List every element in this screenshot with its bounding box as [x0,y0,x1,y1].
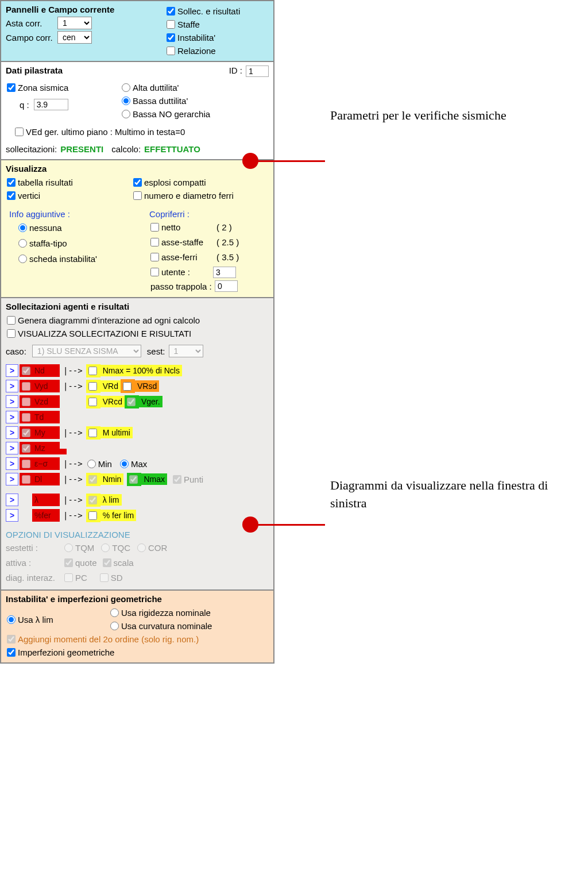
id-label: ID : [229,65,242,75]
chk-td[interactable] [20,411,32,423]
chk-eps[interactable] [20,457,32,470]
lbl-vyd: Vyd [32,380,60,392]
panel-instab: Instabilita' e imperfezioni geometriche … [1,590,274,663]
radio-max[interactable]: Max [119,458,147,469]
chk-vrd[interactable] [86,380,100,393]
btn-td[interactable]: > [6,411,18,423]
lbl-lambda: λ [32,494,60,506]
chk-asse-staffe[interactable]: asse-staffe [149,237,213,248]
lbl-nmax2: Nmax [141,473,167,485]
lbl-vzd: Vzd [32,395,60,408]
asta-select[interactable]: 1 [57,17,92,29]
chk-quote[interactable]: quote [63,557,97,568]
btn-dl[interactable]: > [6,473,18,485]
arrow-icon: |--> [63,459,83,468]
chk-nmin[interactable] [86,473,100,486]
chk-dl[interactable] [20,473,32,485]
diag-interaz-label: diag. interaz. [6,573,63,583]
chk-scala[interactable]: scala [102,557,134,568]
chk-aggiungi[interactable]: Aggiungi momenti del 2o ordine (solo rig… [6,634,199,645]
radio-tqm[interactable]: TQM [63,542,94,553]
radio-staffa[interactable]: staffa-tipo [17,238,67,249]
sollec-title: Sollecitazioni agenti e risultati [6,302,269,311]
panel-pannelli: Pannelli e Campo corrente Asta corr. 1 C… [1,1,274,61]
btn-lambda[interactable]: > [6,494,18,506]
lbl-eps: ε−σ [32,457,60,470]
radio-bassa-no[interactable]: Bassa NO gerarchia [121,109,210,120]
visualizza-title: Visualizza [6,164,269,174]
radio-cor[interactable]: COR [136,542,167,553]
sest-select[interactable]: 1 [169,345,203,357]
radio-usa-rig[interactable]: Usa rigidezza nominale [109,607,211,618]
chk-sollec[interactable]: Sollec. e risultati [165,6,240,17]
instab-title: Instabilita' e imperfezioni geometriche [6,594,269,604]
annotation-1: Parametri per le verifiche sismiche [330,107,514,125]
chk-esplosi[interactable]: esplosi compatti [132,177,206,188]
chk-mz[interactable] [20,442,32,454]
chk-instab[interactable]: Instabilita' [165,32,215,43]
btn-pfer[interactable]: > [6,509,18,522]
chk-vger[interactable] [125,395,139,408]
radio-usa-llim[interactable]: Usa λ lim [6,607,109,631]
chk-staffe[interactable]: Staffe [165,19,200,30]
utente-input[interactable] [213,267,236,278]
asta-label: Asta corr. [6,18,57,28]
lbl-mz: Mz [32,442,60,454]
chk-vrcd[interactable] [86,395,100,408]
chk-pc[interactable]: PC [63,572,87,583]
chk-imperfezioni[interactable]: Imperfezioni geometriche [6,647,114,658]
lbl-td: Td [32,411,60,423]
radio-usa-curv[interactable]: Usa curvatura nominale [109,621,212,631]
chk-zona-sismica[interactable]: Zona sismica [6,82,68,93]
netto-val: ( 2 ) [216,222,232,232]
calcolo-value: EFFETTUATO [144,144,200,154]
btn-eps[interactable]: > [6,457,18,470]
radio-min[interactable]: Min [86,458,112,469]
caso-select[interactable]: 1) SLU SENZA SISMA [32,345,141,357]
chk-vertici[interactable]: vertici [6,190,40,201]
chk-nmax[interactable] [86,364,100,377]
lbl-pferlim: % fer lim [100,510,136,521]
annotation-2: Diagrammi da visualizzare nella finestra… [330,477,560,512]
id-input[interactable] [246,65,269,77]
lbl-vrcd: VRcd [100,396,125,407]
calcolo-label: calcolo: [111,144,141,154]
asse-staffe-val: ( 2.5 ) [216,237,239,247]
chk-asse-ferri[interactable]: asse-ferri [149,252,213,263]
chk-vyd[interactable] [20,380,32,392]
arrow-icon: |--> [63,511,83,520]
chk-numero-diam[interactable]: numero e diametro ferri [132,190,234,201]
chk-pferlim[interactable] [86,509,100,522]
chk-vzd[interactable] [20,395,32,408]
chk-nmax2[interactable] [127,473,141,486]
radio-tqc[interactable]: TQC [100,542,130,553]
chk-utente[interactable]: utente : [149,267,213,278]
chk-netto[interactable]: netto [149,222,213,233]
pannelli-title: Pannelli e Campo corrente [6,5,165,14]
campo-select[interactable]: cen [57,31,92,44]
chk-ved[interactable]: VEd ger. ultimo piano : Multimo in testa… [14,126,185,137]
radio-nessuna[interactable]: nessuna [17,222,62,233]
q-input[interactable] [34,99,68,110]
chk-llim[interactable] [86,494,100,507]
radio-bassa[interactable]: Bassa duttilita' [121,95,188,106]
btn-vyd[interactable]: > [6,380,18,392]
btn-mz[interactable]: > [6,442,18,454]
chk-nd[interactable] [20,364,32,377]
chk-punti[interactable]: Punti [172,474,203,485]
chk-relaz[interactable]: Relazione [165,45,216,56]
chk-vrsd[interactable] [121,379,135,393]
marker-dot-icon [242,153,258,169]
chk-visualizza-cap[interactable]: VISUALIZZA SOLLECITAZIONI E RISULTATI [6,328,191,339]
chk-my[interactable] [20,426,32,439]
btn-vzd[interactable]: > [6,395,18,408]
chk-multimi[interactable] [86,426,100,440]
chk-sd[interactable]: SD [99,572,123,583]
btn-my[interactable]: > [6,426,18,439]
passo-input[interactable] [215,280,238,292]
chk-tab-risultati[interactable]: tabella risultati [6,177,73,188]
btn-nd[interactable]: > [6,364,18,377]
chk-genera[interactable]: Genera diagrammi d'interazione ad ogni c… [6,315,200,326]
radio-alta[interactable]: Alta duttilita' [121,82,179,93]
radio-scheda[interactable]: scheda instabilita' [17,253,97,264]
